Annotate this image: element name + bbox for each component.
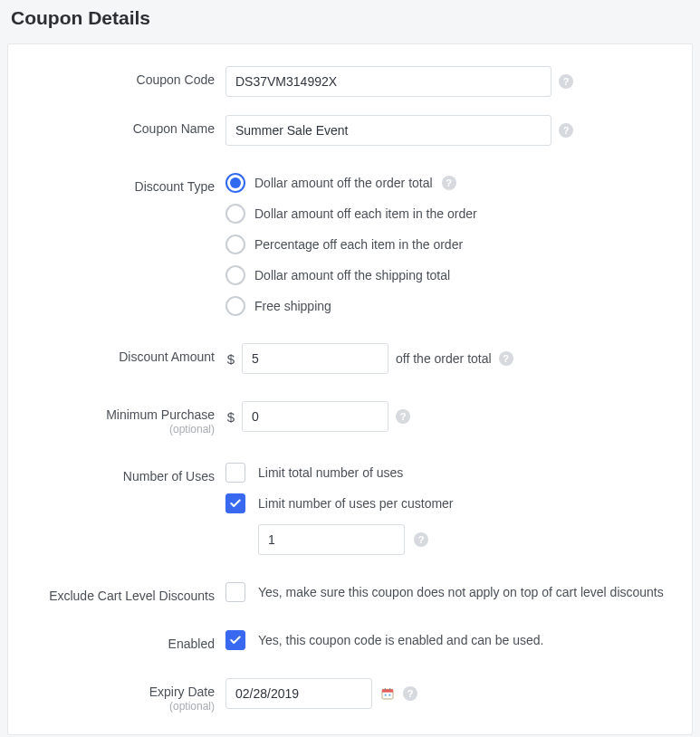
radio-label: Dollar amount off each item in the order [254,206,477,221]
label-exclude-cart: Exclude Cart Level Discounts [24,582,225,603]
radio-label: Percentage off each item in the order [254,237,463,252]
help-icon[interactable]: ? [499,351,513,366]
checkbox-label: Yes, this coupon code is enabled and can… [258,633,544,647]
row-exclude-cart: Exclude Cart Level Discounts Yes, make s… [24,582,676,603]
per-customer-limit-row: ? [258,524,454,555]
row-minimum-purchase: Minimum Purchase (optional) $ ? [24,401,676,436]
label-optional: (optional) [24,700,215,713]
currency-symbol: $ [225,409,235,425]
label-coupon-code: Coupon Code [24,66,225,87]
radio-label: Free shipping [254,299,331,313]
checkbox-label: Limit total number of uses [258,465,403,480]
radio-row-each-item: Dollar amount off each item in the order [225,204,477,224]
svg-rect-1 [382,689,393,692]
coupon-form-panel: Coupon Code ? Coupon Name ? Discount Typ… [7,43,693,735]
label-discount-type: Discount Type [24,173,225,194]
help-icon[interactable]: ? [414,532,428,547]
checkbox-limit-total[interactable] [225,463,245,483]
help-icon[interactable]: ? [559,123,573,138]
help-icon[interactable]: ? [559,74,573,89]
radio-row-shipping: Dollar amount off the shipping total [225,265,477,285]
discount-suffix-text: off the order total [396,351,492,366]
expiry-date-input[interactable] [225,678,372,709]
row-discount-type: Discount Type Dollar amount off the orde… [24,173,676,316]
page-title: Coupon Details [11,7,693,29]
checkbox-label: Limit number of uses per customer [258,496,454,511]
label-text: Expiry Date [149,684,215,699]
help-icon[interactable]: ? [403,686,417,701]
radio-label: Dollar amount off the order total [254,176,433,190]
checkbox-label: Yes, make sure this coupon does not appl… [258,585,664,599]
checkbox-exclude-cart[interactable] [225,582,245,602]
label-minimum-purchase: Minimum Purchase (optional) [24,401,225,436]
checkbox-row-exclude-cart: Yes, make sure this coupon does not appl… [225,582,664,602]
label-discount-amount: Discount Amount [24,343,225,364]
coupon-name-input[interactable] [225,115,551,146]
row-discount-amount: Discount Amount $ off the order total ? [24,343,676,374]
label-coupon-name: Coupon Name [24,115,225,136]
checkbox-enabled[interactable] [225,630,245,650]
discount-type-radio-group: Dollar amount off the order total ? Doll… [225,173,477,316]
currency-symbol: $ [225,351,235,367]
svg-rect-4 [385,694,387,696]
radio-each-item[interactable] [225,204,245,224]
radio-row-percentage: Percentage off each item in the order [225,234,477,254]
radio-percentage[interactable] [225,234,245,254]
help-icon[interactable]: ? [442,176,456,190]
radio-row-free-shipping: Free shipping [225,296,477,316]
row-expiry-date: Expiry Date (optional) ? [24,678,676,713]
radio-row-order-total: Dollar amount off the order total ? [225,173,477,193]
checkbox-row-limit-per-customer: Limit number of uses per customer [225,493,454,513]
row-number-of-uses: Number of Uses Limit total number of use… [24,463,676,555]
radio-free-shipping[interactable] [225,296,245,316]
radio-shipping[interactable] [225,265,245,285]
label-text: Minimum Purchase [106,407,215,422]
label-optional: (optional) [24,423,215,436]
row-enabled: Enabled Yes, this coupon code is enabled… [24,630,676,651]
label-expiry-date: Expiry Date (optional) [24,678,225,713]
help-icon[interactable]: ? [396,409,410,424]
calendar-icon[interactable] [379,685,396,702]
radio-order-total[interactable] [225,173,245,193]
checkbox-limit-per-customer[interactable] [225,493,245,513]
radio-label: Dollar amount off the shipping total [254,268,450,282]
label-enabled: Enabled [24,630,225,651]
checkbox-row-enabled: Yes, this coupon code is enabled and can… [225,630,544,650]
label-number-of-uses: Number of Uses [24,463,225,483]
checkbox-row-limit-total: Limit total number of uses [225,463,454,483]
row-coupon-code: Coupon Code ? [24,66,676,97]
coupon-code-input[interactable] [225,66,551,97]
row-coupon-name: Coupon Name ? [24,115,676,146]
minimum-purchase-input[interactable] [242,401,388,432]
svg-rect-5 [388,694,390,696]
discount-amount-input[interactable] [242,343,388,374]
per-customer-limit-input[interactable] [258,524,405,555]
